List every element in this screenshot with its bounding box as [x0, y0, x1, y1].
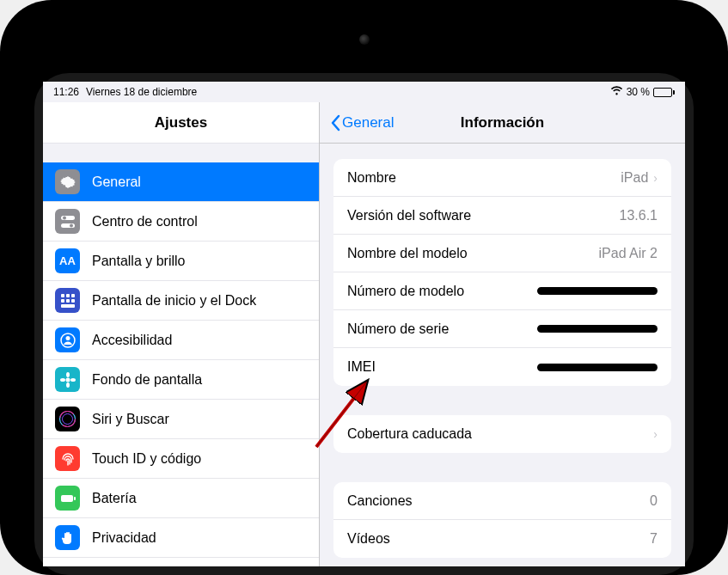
- row-label: Número de serie: [347, 321, 449, 337]
- sidebar-item-pantalla-de-inicio-y-el-dock[interactable]: Pantalla de inicio y el Dock: [43, 281, 319, 321]
- sidebar-item-label: Pantalla de inicio y el Dock: [92, 293, 256, 309]
- settings-group: NombreiPad›Versión del software13.6.1Nom…: [333, 159, 671, 386]
- row-versión-del-software: Versión del software13.6.1: [333, 197, 671, 235]
- battery-icon: [55, 486, 80, 511]
- settings-sidebar: Ajustes GeneralCentro de controlAAPantal…: [43, 102, 320, 566]
- front-camera: [359, 34, 370, 45]
- row-label: Nombre del modelo: [347, 246, 468, 261]
- settings-group: Cobertura caducada›: [333, 415, 671, 453]
- screen: 11:26 Viernes 18 de diciembre 30 % Ajust: [43, 82, 685, 566]
- row-value: iPad: [621, 170, 648, 186]
- sidebar-item-label: Batería: [92, 491, 137, 506]
- sidebar-item-label: Pantalla y brillo: [92, 254, 186, 269]
- svg-point-17: [70, 378, 76, 382]
- sidebar-item-siri-y-buscar[interactable]: Siri y Buscar: [43, 400, 319, 439]
- row-nombre-del-modelo: Nombre del modeloiPad Air 2: [333, 235, 671, 272]
- battery-pct: 30 %: [627, 86, 650, 98]
- person-icon: [55, 327, 80, 352]
- sidebar-item-label: Centro de control: [92, 214, 198, 229]
- sidebar-item-centro-de-control[interactable]: Centro de control: [43, 202, 319, 242]
- row-label: Canciones: [347, 493, 413, 509]
- svg-rect-4: [61, 294, 64, 297]
- detail-pane: General Información NombreiPad›Versión d…: [320, 102, 685, 566]
- row-número-de-serie: Número de serie: [333, 310, 671, 348]
- flower-icon: [55, 367, 80, 392]
- detail-body[interactable]: NombreiPad›Versión del software13.6.1Nom…: [320, 144, 685, 566]
- gear-icon: [55, 169, 80, 194]
- back-button[interactable]: General: [323, 114, 401, 132]
- row-cobertura-caducada[interactable]: Cobertura caducada›: [333, 415, 671, 453]
- row-imei: IMEI: [333, 348, 671, 386]
- hand-icon: [55, 525, 80, 550]
- svg-point-1: [63, 216, 66, 219]
- svg-point-12: [65, 336, 70, 340]
- svg-point-13: [65, 377, 70, 382]
- status-time: 11:26: [53, 86, 79, 98]
- sidebar-item-batería[interactable]: Batería: [43, 479, 319, 518]
- fingerprint-icon: [55, 446, 80, 471]
- row-vídeos: Vídeos7: [333, 520, 671, 558]
- sidebar-item-touch-id-y-código[interactable]: Touch ID y código: [43, 439, 319, 479]
- sidebar-item-label: Accesibilidad: [92, 333, 172, 348]
- row-value: 0: [650, 493, 658, 509]
- svg-point-16: [60, 378, 65, 382]
- row-value: iPad Air 2: [599, 246, 658, 261]
- row-nombre[interactable]: NombreiPad›: [333, 159, 671, 197]
- row-canciones: Canciones0: [333, 482, 671, 520]
- row-value: 7: [650, 531, 658, 547]
- row-label: Nombre: [347, 170, 396, 186]
- sidebar-item-label: Privacidad: [92, 530, 156, 546]
- grid-icon: [55, 288, 80, 313]
- svg-rect-6: [71, 294, 75, 297]
- row-label: Cobertura caducada: [347, 426, 472, 442]
- redacted-value: [537, 287, 658, 295]
- sidebar-item-label: Siri y Buscar: [92, 412, 169, 427]
- sidebar-item-privacidad[interactable]: Privacidad: [43, 518, 319, 558]
- chevron-right-icon: ›: [653, 427, 658, 441]
- svg-rect-9: [71, 299, 75, 303]
- sidebar-item-general[interactable]: General: [43, 162, 319, 202]
- svg-rect-7: [61, 299, 64, 303]
- svg-rect-5: [66, 294, 70, 297]
- svg-rect-18: [55, 407, 80, 431]
- battery-icon: [653, 88, 675, 97]
- status-bar: 11:26 Viernes 18 de diciembre 30 %: [43, 82, 685, 102]
- chevron-right-icon: ›: [653, 171, 658, 185]
- redacted-value: [537, 325, 658, 333]
- back-label: General: [342, 114, 394, 132]
- row-label: IMEI: [347, 359, 376, 375]
- AA-icon: AA: [55, 248, 80, 273]
- siri-icon: [55, 407, 80, 431]
- sidebar-item-label: Touch ID y código: [92, 451, 201, 467]
- sidebar-item-label: Fondo de pantalla: [92, 372, 202, 388]
- svg-rect-8: [66, 299, 70, 303]
- wifi-icon: [610, 86, 623, 98]
- row-label: Vídeos: [347, 531, 390, 547]
- svg-rect-10: [61, 304, 75, 308]
- svg-point-3: [70, 223, 73, 227]
- redacted-value: [537, 364, 658, 371]
- row-label: Número de modelo: [347, 284, 464, 299]
- svg-rect-22: [61, 495, 73, 502]
- svg-point-14: [66, 372, 70, 377]
- svg-point-15: [66, 382, 70, 388]
- status-date: Viernes 18 de diciembre: [86, 86, 197, 98]
- detail-header: General Información: [320, 102, 685, 144]
- ipad-bezel: 11:26 Viernes 18 de diciembre 30 % Ajust: [0, 0, 728, 575]
- settings-group: Canciones0Vídeos7: [333, 482, 671, 558]
- row-número-de-modelo: Número de modelo: [333, 272, 671, 310]
- row-value: 13.6.1: [620, 208, 658, 223]
- ipad-inner-frame: 11:26 Viernes 18 de diciembre 30 % Ajust: [34, 73, 694, 575]
- sidebar-list: GeneralCentro de controlAAPantalla y bri…: [43, 162, 319, 566]
- sidebar-item-accesibilidad[interactable]: Accesibilidad: [43, 321, 319, 360]
- page-title: Información: [461, 114, 544, 132]
- row-label: Versión del software: [347, 208, 471, 223]
- chevron-left-icon: [330, 114, 340, 132]
- sidebar-item-pantalla-y-brillo[interactable]: AAPantalla y brillo: [43, 242, 319, 281]
- switches-icon: [55, 209, 80, 234]
- sidebar-item-fondo-de-pantalla[interactable]: Fondo de pantalla: [43, 360, 319, 400]
- svg-rect-23: [74, 497, 76, 500]
- sidebar-item-label: General: [92, 174, 141, 190]
- sidebar-title: Ajustes: [43, 102, 319, 144]
